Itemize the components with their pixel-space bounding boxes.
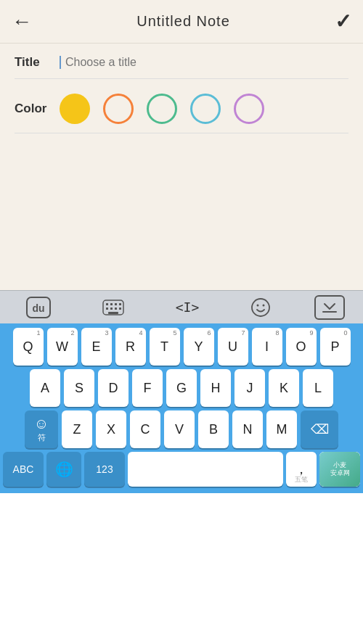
key-J[interactable]: J bbox=[234, 369, 265, 407]
key-P[interactable]: 0P bbox=[320, 328, 351, 366]
title-label: Title bbox=[15, 55, 51, 70]
key-F[interactable]: F bbox=[132, 369, 163, 407]
key-O[interactable]: 9O bbox=[286, 328, 317, 366]
key-Q[interactable]: 1Q bbox=[13, 328, 44, 366]
keyboard: 1Q 2W 3E 4R 5T 6Y 7U 8I 9O 0P A S D F G … bbox=[0, 323, 363, 493]
key-W[interactable]: 2W bbox=[47, 328, 78, 366]
svg-rect-9 bbox=[115, 307, 117, 310]
svg-rect-6 bbox=[119, 303, 121, 305]
key-I[interactable]: 8I bbox=[252, 328, 282, 366]
svg-point-14 bbox=[262, 304, 264, 306]
cursor-move-button[interactable]: <I> bbox=[168, 297, 207, 318]
key-K[interactable]: K bbox=[269, 369, 299, 407]
key-Z[interactable]: Z bbox=[62, 410, 92, 448]
shift-button[interactable]: ☺符 bbox=[25, 410, 58, 448]
logo-button: 小麦安卓网 bbox=[319, 452, 360, 487]
svg-rect-7 bbox=[106, 307, 108, 310]
collapse-keyboard-button[interactable] bbox=[314, 295, 345, 320]
space-button[interactable] bbox=[128, 452, 283, 487]
keyboard-toolbar: du <I> bbox=[0, 290, 363, 323]
color-option-teal[interactable] bbox=[190, 94, 221, 124]
svg-point-13 bbox=[256, 304, 258, 306]
header: ← Untitled Note ✓ bbox=[0, 0, 363, 44]
key-S[interactable]: S bbox=[64, 369, 94, 407]
key-X[interactable]: X bbox=[96, 410, 126, 448]
confirm-button[interactable]: ✓ bbox=[335, 9, 351, 33]
color-option-orange[interactable] bbox=[103, 94, 134, 124]
key-B[interactable]: B bbox=[198, 410, 229, 448]
key-N[interactable]: N bbox=[232, 410, 263, 448]
color-row: Color bbox=[15, 94, 348, 133]
note-body[interactable] bbox=[0, 145, 363, 290]
backspace-button[interactable]: ⌫ bbox=[301, 410, 338, 448]
svg-rect-5 bbox=[115, 303, 117, 305]
keyboard-icon-button[interactable] bbox=[95, 295, 131, 320]
abc-button[interactable]: ABC bbox=[3, 452, 44, 487]
color-circles bbox=[60, 94, 264, 124]
key-C[interactable]: C bbox=[130, 410, 160, 448]
title-input[interactable] bbox=[60, 56, 348, 69]
globe-button[interactable]: 🌐 bbox=[46, 452, 81, 487]
svg-rect-11 bbox=[108, 312, 118, 314]
comma-button[interactable]: ， 五笔 bbox=[286, 452, 317, 487]
key-V[interactable]: V bbox=[164, 410, 195, 448]
page-title: Untitled Note bbox=[136, 13, 230, 30]
key-G[interactable]: G bbox=[166, 369, 197, 407]
key-H[interactable]: H bbox=[200, 369, 231, 407]
svg-rect-4 bbox=[110, 303, 113, 305]
key-T[interactable]: 5T bbox=[150, 328, 180, 366]
key-M[interactable]: M bbox=[266, 410, 297, 448]
svg-rect-3 bbox=[106, 303, 108, 305]
back-button[interactable]: ← bbox=[12, 10, 32, 33]
key-E[interactable]: 3E bbox=[81, 328, 112, 366]
keyboard-row-1: 1Q 2W 3E 4R 5T 6Y 7U 8I 9O 0P bbox=[3, 328, 360, 366]
key-U[interactable]: 7U bbox=[218, 328, 248, 366]
color-option-yellow[interactable] bbox=[60, 94, 90, 124]
num-button[interactable]: 123 bbox=[84, 452, 125, 487]
color-option-green[interactable] bbox=[147, 94, 177, 124]
svg-rect-8 bbox=[110, 307, 113, 310]
svg-text:du: du bbox=[33, 302, 45, 314]
svg-rect-10 bbox=[119, 307, 121, 310]
key-L[interactable]: L bbox=[303, 369, 333, 407]
color-label: Color bbox=[15, 102, 51, 116]
key-A[interactable]: A bbox=[30, 369, 60, 407]
du-input-button[interactable]: du bbox=[18, 293, 59, 322]
note-area: Title Color bbox=[0, 44, 363, 145]
key-Y[interactable]: 6Y bbox=[184, 328, 214, 366]
emoji-button[interactable] bbox=[243, 294, 278, 321]
keyboard-row-4: ABC 🌐 123 ， 五笔 小麦安卓网 bbox=[3, 452, 360, 487]
key-R[interactable]: 4R bbox=[115, 328, 146, 366]
svg-point-12 bbox=[252, 299, 269, 316]
keyboard-row-2: A S D F G H J K L bbox=[3, 369, 360, 407]
key-D[interactable]: D bbox=[98, 369, 129, 407]
color-option-purple[interactable] bbox=[234, 94, 264, 124]
keyboard-row-3: ☺符 Z X C V B N M ⌫ bbox=[3, 410, 360, 448]
title-row: Title bbox=[15, 55, 348, 79]
